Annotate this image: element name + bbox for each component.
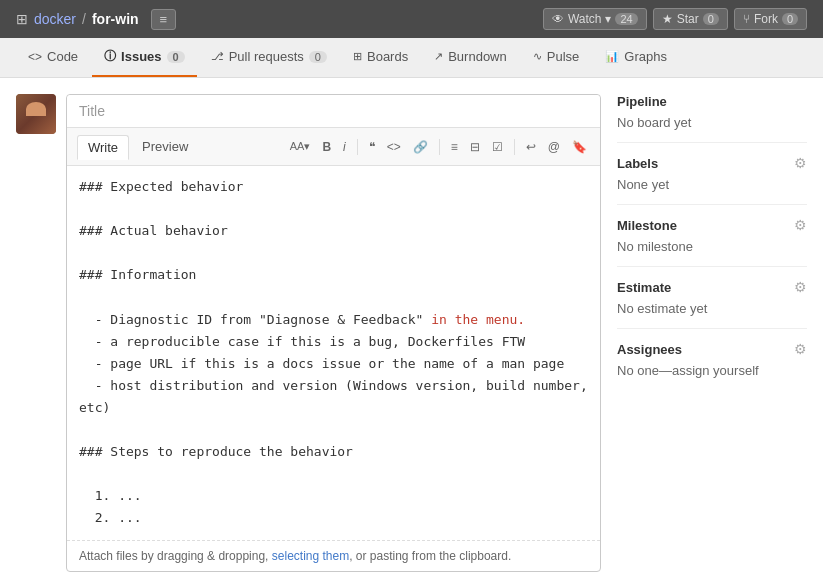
star-icon: ★: [662, 12, 673, 26]
fork-icon: ⑂: [743, 12, 750, 26]
pr-icon: ⎇: [211, 50, 224, 63]
watch-button[interactable]: 👁 Watch ▾ 24: [543, 8, 647, 30]
preview-tab[interactable]: Preview: [131, 134, 199, 159]
star-label: Star: [677, 12, 699, 26]
bullet-list-button[interactable]: ≡: [448, 138, 461, 156]
sidebar-section-assignees: Assignees ⚙ No one—assign yourself: [617, 328, 807, 390]
reply-button[interactable]: ↩: [523, 138, 539, 156]
toolbar-sep-2: [439, 139, 440, 155]
graphs-icon: 📊: [605, 50, 619, 63]
sidebar: Pipeline No board yet Labels ⚙ None yet …: [617, 94, 807, 577]
issue-form-wrapper: Write Preview AA▾ B i ❝ <> 🔗 ≡ ⊟ ☑: [66, 94, 601, 577]
nav-label-boards: Boards: [367, 49, 408, 64]
watch-dropdown-icon: ▾: [605, 12, 611, 26]
avatar: [16, 94, 56, 134]
sidebar-title-milestone: Milestone: [617, 218, 677, 233]
eye-icon: 👁: [552, 12, 564, 26]
sidebar-section-estimate: Estimate ⚙ No estimate yet: [617, 266, 807, 328]
form-bottom: M↓ Styling with Markdown is supported Cr…: [66, 572, 601, 578]
issues-badge: 0: [167, 51, 185, 63]
nav-item-graphs[interactable]: 📊 Graphs: [593, 39, 679, 76]
editor-footer: Attach files by dragging & dropping, sel…: [67, 540, 600, 571]
pr-badge: 0: [309, 51, 327, 63]
sidebar-title-pipeline: Pipeline: [617, 94, 667, 109]
assignees-gear-icon[interactable]: ⚙: [794, 341, 807, 357]
repo-name: for-win: [92, 11, 139, 27]
red-text-1: in the menu.: [431, 312, 525, 327]
italic-button[interactable]: i: [340, 138, 349, 156]
nav-label-issues: Issues: [121, 49, 161, 64]
nav-item-code[interactable]: <> Code: [16, 39, 90, 76]
sidebar-header-estimate: Estimate ⚙: [617, 279, 807, 295]
boards-icon: ⊞: [353, 50, 362, 63]
bookmark-button[interactable]: 🔖: [569, 138, 590, 156]
sidebar-header-assignees: Assignees ⚙: [617, 341, 807, 357]
repo-sep: /: [82, 11, 86, 27]
toolbar-sep-1: [357, 139, 358, 155]
nav-item-issues[interactable]: ⓘ Issues 0: [92, 38, 197, 77]
burndown-icon: ↗: [434, 50, 443, 63]
nav-label-burndown: Burndown: [448, 49, 507, 64]
nav-bar: <> Code ⓘ Issues 0 ⎇ Pull requests 0 ⊞ B…: [0, 38, 823, 78]
repo-title: ⊞ docker / for-win ≡: [16, 9, 176, 30]
issue-form: Write Preview AA▾ B i ❝ <> 🔗 ≡ ⊟ ☑: [66, 94, 601, 572]
list-button[interactable]: ≡: [151, 9, 177, 30]
issues-icon: ⓘ: [104, 48, 116, 65]
task-list-button[interactable]: ☑: [489, 138, 506, 156]
fork-count: 0: [782, 13, 798, 25]
sidebar-value-estimate: No estimate yet: [617, 301, 807, 316]
pulse-icon: ∿: [533, 50, 542, 63]
star-button[interactable]: ★ Star 0: [653, 8, 728, 30]
editor-toolbar: Write Preview AA▾ B i ❝ <> 🔗 ≡ ⊟ ☑: [67, 128, 600, 166]
fork-label: Fork: [754, 12, 778, 26]
nav-label-graphs: Graphs: [624, 49, 667, 64]
attach-end: , or pasting from the clipboard.: [349, 549, 511, 563]
sidebar-value-assignees: No one—assign yourself: [617, 363, 807, 378]
bold-button[interactable]: B: [319, 138, 334, 156]
sidebar-header-labels: Labels ⚙: [617, 155, 807, 171]
selecting-them-link[interactable]: selecting them: [272, 549, 349, 563]
nav-item-boards[interactable]: ⊞ Boards: [341, 39, 420, 76]
attach-text: Attach files by dragging & dropping,: [79, 549, 272, 563]
heading-button[interactable]: AA▾: [287, 138, 314, 155]
code-button[interactable]: <>: [384, 138, 404, 156]
sidebar-value-pipeline: No board yet: [617, 115, 807, 130]
sidebar-header-pipeline: Pipeline: [617, 94, 807, 109]
watch-label: Watch: [568, 12, 602, 26]
editor-body: ### Expected behavior ### Actual behavio…: [67, 166, 600, 540]
sidebar-title-assignees: Assignees: [617, 342, 682, 357]
title-input[interactable]: [67, 95, 600, 128]
sidebar-section-labels: Labels ⚙ None yet: [617, 142, 807, 204]
nav-label-pullrequests: Pull requests: [229, 49, 304, 64]
nav-item-pulse[interactable]: ∿ Pulse: [521, 39, 592, 76]
toolbar-sep-3: [514, 139, 515, 155]
toolbar-right: AA▾ B i ❝ <> 🔗 ≡ ⊟ ☑ ↩ @ 🔖: [287, 138, 590, 156]
avatar-image: [16, 94, 56, 134]
editor-content: ### Expected behavior ### Actual behavio…: [79, 176, 588, 530]
quote-button[interactable]: ❝: [366, 138, 378, 156]
sidebar-value-labels: None yet: [617, 177, 807, 192]
form-area: Write Preview AA▾ B i ❝ <> 🔗 ≡ ⊟ ☑: [16, 94, 601, 577]
nav-label-pulse: Pulse: [547, 49, 580, 64]
top-actions: 👁 Watch ▾ 24 ★ Star 0 ⑂ Fork 0: [543, 8, 807, 30]
repo-icon: ⊞: [16, 11, 28, 27]
mention-button[interactable]: @: [545, 138, 563, 156]
nav-label-code: Code: [47, 49, 78, 64]
top-bar: ⊞ docker / for-win ≡ 👁 Watch ▾ 24 ★ Star…: [0, 0, 823, 38]
sidebar-section-pipeline: Pipeline No board yet: [617, 94, 807, 142]
milestone-gear-icon[interactable]: ⚙: [794, 217, 807, 233]
code-icon: <>: [28, 50, 42, 64]
link-button[interactable]: 🔗: [410, 138, 431, 156]
sidebar-section-milestone: Milestone ⚙ No milestone: [617, 204, 807, 266]
fork-button[interactable]: ⑂ Fork 0: [734, 8, 807, 30]
numbered-list-button[interactable]: ⊟: [467, 138, 483, 156]
sidebar-title-estimate: Estimate: [617, 280, 671, 295]
sidebar-title-labels: Labels: [617, 156, 658, 171]
labels-gear-icon[interactable]: ⚙: [794, 155, 807, 171]
write-tab[interactable]: Write: [77, 135, 129, 160]
estimate-gear-icon[interactable]: ⚙: [794, 279, 807, 295]
org-link[interactable]: docker: [34, 11, 76, 27]
nav-item-pullrequests[interactable]: ⎇ Pull requests 0: [199, 39, 339, 76]
nav-item-burndown[interactable]: ↗ Burndown: [422, 39, 519, 76]
star-count: 0: [703, 13, 719, 25]
